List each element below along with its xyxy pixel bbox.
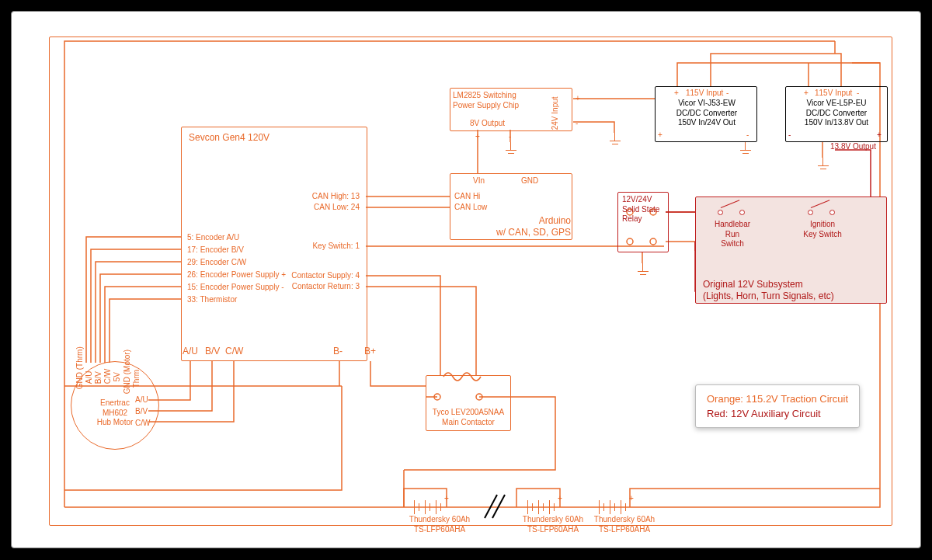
arduino-canl: CAN Low xyxy=(454,203,487,213)
arduino-canh: CAN Hi xyxy=(454,192,480,202)
motor-title: Enertrac MH602 Hub Motor xyxy=(88,398,142,428)
run-switch-label: Handlebar Run Switch xyxy=(711,220,754,249)
arduino-gnd: GND xyxy=(521,176,538,186)
ground-icon xyxy=(510,142,511,150)
motor-phase-bv: B/V xyxy=(135,407,148,417)
sevcon-pin-csup: Contactor Supply: 4 xyxy=(291,271,360,281)
sevcon-pin-canl: CAN Low: 24 xyxy=(314,203,360,213)
legend-traction: Orange: 115.2V Traction Circuit xyxy=(707,393,848,405)
sevcon-title: Sevcon Gen4 120V xyxy=(189,132,270,144)
sevcon-term-bm: B- xyxy=(333,346,343,357)
motor-term-bv: B/V xyxy=(94,371,104,384)
arduino-vin: VIn xyxy=(473,176,485,186)
dcdc13-out: 13.8V Output xyxy=(830,142,876,152)
relay-title: 12V/24V Solid State Relay xyxy=(622,195,659,224)
motor-term-cw: C/W xyxy=(103,369,113,384)
sevcon-term-bv: B/V xyxy=(205,346,220,357)
dcdc13-in: 115V Input xyxy=(815,89,852,99)
sevcon-term-cw: C/W xyxy=(225,346,243,357)
contactor-title: Tyco LEV200A5NAA Main Contactor xyxy=(428,408,509,427)
sevcon-pin-canh: CAN High: 13 xyxy=(312,192,360,202)
arduino-title: Arduino w/ CAN, SD, GPS xyxy=(487,215,571,238)
ground-icon xyxy=(642,263,643,271)
ground-icon xyxy=(745,142,746,150)
lm2825-in: 24V Input xyxy=(551,96,561,130)
lm2825-out: 8V Output xyxy=(470,119,505,129)
sevcon-pin-26: 26: Encoder Power Supply + xyxy=(187,270,286,280)
key-switch-label: Ignition Key Switch xyxy=(801,220,844,239)
battery-label-3: Thundersky 60Ah TS-LFP60AHA xyxy=(589,515,659,534)
motor-term-gndm: GND (Motor) xyxy=(123,350,133,394)
motor-term-5v: 5V xyxy=(113,372,123,381)
motor-term-gndthrm: GND (Thrm) xyxy=(75,346,85,389)
sevcon-term-au: A/U xyxy=(183,346,198,357)
dcdc24-title: Vicor VI-J53-EW DC/DC Converter 150V In/… xyxy=(661,99,753,128)
motor-phase-au: A/U xyxy=(135,395,148,405)
sevcon-pin-key: Key Switch: 1 xyxy=(312,242,360,252)
motor-term-au: A/U xyxy=(85,371,95,384)
sevcon-pin-17: 17: Encoder B/V xyxy=(187,245,244,256)
ground-icon xyxy=(614,133,615,141)
sevcon-pin-29: 29: Encoder C/W xyxy=(187,258,246,268)
dcdc24-in: 115V Input xyxy=(686,89,723,99)
sevcon-pin-33: 33: Thermistor xyxy=(187,295,237,305)
lm2825-title: LM2825 Switching Power Supply Chip xyxy=(453,91,538,110)
sevcon-pin-5: 5: Encoder A/U xyxy=(187,233,239,243)
motor-term-thrm: Thrm xyxy=(132,370,142,388)
sevcon-pin-15: 15: Encoder Power Supply - xyxy=(187,283,284,293)
motor-phase-cw: C/W xyxy=(135,419,150,429)
legend-box: Orange: 115.2V Traction Circuit Red: 12V… xyxy=(695,384,860,428)
sevcon-pin-cret: Contactor Return: 3 xyxy=(292,282,360,292)
sevcon-term-bp: B+ xyxy=(364,346,376,357)
subsys-title: Original 12V Subsystem (Lights, Horn, Tu… xyxy=(703,279,834,302)
ground-icon xyxy=(822,158,823,165)
legend-aux: Red: 12V Auxiliary Circuit xyxy=(707,408,848,419)
battery-label-1: Thundersky 60Ah TS-LFP60AHA xyxy=(405,515,475,534)
battery-label-2: Thundersky 60Ah TS-LFP60AHA xyxy=(518,515,588,534)
dcdc13-title: Vicor VE-L5P-EU DC/DC Converter 150V In/… xyxy=(788,99,885,128)
